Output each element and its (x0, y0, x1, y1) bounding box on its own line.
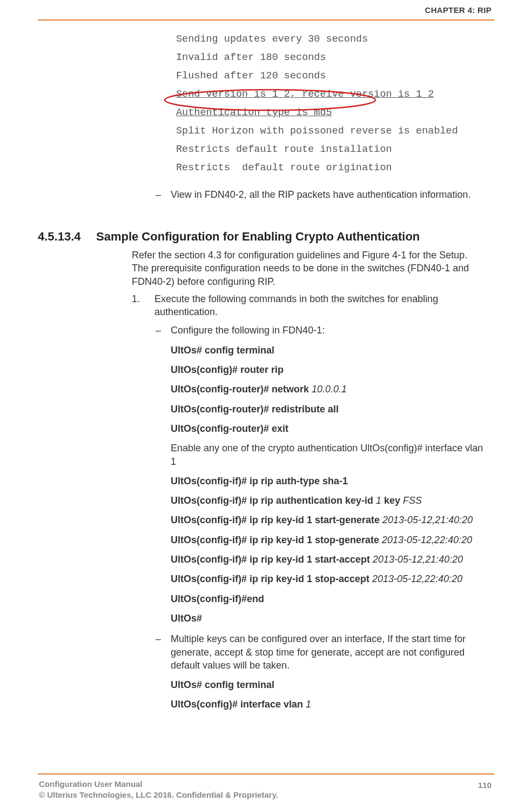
heading-text: Sample Configuration for Enabling Crypto… (96, 230, 420, 243)
sub-bullet-text: Multiple keys can be configured over an … (171, 633, 466, 671)
command-line: UltOs(config)# interface vlan 1 (132, 698, 485, 711)
bullet-item: View in FDN40-2, all the RIP packets hav… (132, 188, 485, 201)
heading-number: 4.5.13.4 (38, 230, 96, 244)
section-heading: 4.5.13.4Sample Configuration for Enablin… (38, 230, 497, 244)
numbered-step: 1. Execute the following commands in bot… (132, 292, 485, 319)
sub-bullet: Multiple keys can be configured over an … (132, 632, 485, 672)
command-line: UltOs(config-if)# ip rip key-id 1 start-… (132, 513, 485, 526)
footer-rule (38, 773, 494, 774)
mono-line: Split Horizon with poissoned reverse is … (176, 125, 458, 137)
command-line: UltOs(config-if)# ip rip key-id 1 start-… (132, 553, 485, 566)
chapter-header: CHAPTER 4: RIP (425, 5, 491, 15)
command-line: UltOs(config-if)#end (132, 592, 485, 605)
command-line: UltOs(config-if)# ip rip key-id 1 stop-g… (132, 533, 485, 546)
command-line: UltOs(config-if)# ip rip auth-type sha-1 (132, 475, 485, 488)
note-line: Enable any one of the crypto authenticat… (132, 442, 485, 468)
command-line: UltOs# config terminal (132, 344, 485, 357)
mono-line: Restricts default route origination (176, 162, 392, 173)
command-line: UltOs(config-if)# ip rip key-id 1 stop-a… (132, 572, 485, 585)
sub-bullet-text: Configure the following in FDN40-1: (171, 325, 325, 336)
mono-line: Sending updates every 30 seconds (176, 34, 368, 45)
command-line: UltOs# config terminal (132, 678, 485, 691)
bullet-text: View in FDN40-2, all the RIP packets hav… (171, 189, 471, 200)
command-line: UltOs# (132, 612, 485, 625)
footer-copyright: © Ulterius Technologies, LLC 2016. Confi… (39, 790, 278, 799)
mono-line: Invalid after 180 seconds (176, 52, 326, 63)
command-line: UltOs(config-router)# network 10.0.0.1 (132, 383, 485, 396)
sub-bullet: Configure the following in FDN40-1: (132, 324, 485, 337)
footer-left: Configuration User Manual © Ulterius Tec… (39, 779, 278, 801)
header-rule (38, 19, 494, 21)
mono-line: Flushed after 120 seconds (176, 70, 326, 82)
step-text: Execute the following commands in both t… (154, 293, 438, 317)
paragraph: Refer the section 4.3 for configuration … (132, 249, 485, 288)
mono-line: Restricts default route installation (176, 144, 392, 155)
terminal-output: Sending updates every 30 seconds Invalid… (176, 30, 458, 177)
command-line: UltOs(config-router)# redistribute all (132, 403, 485, 416)
step-number: 1. (132, 292, 140, 305)
page-number: 110 (478, 780, 491, 790)
command-line: UltOs(config)# router rip (132, 363, 485, 376)
footer-title: Configuration User Manual (39, 779, 143, 789)
mono-line-underlined: Authentication type is md5 (176, 107, 332, 118)
command-line: UltOs(config-router)# exit (132, 422, 485, 435)
command-line: UltOs(config-if)# ip rip authentication … (132, 494, 485, 507)
mono-line-underlined: Send version is 1 2, receive version is … (176, 89, 434, 100)
